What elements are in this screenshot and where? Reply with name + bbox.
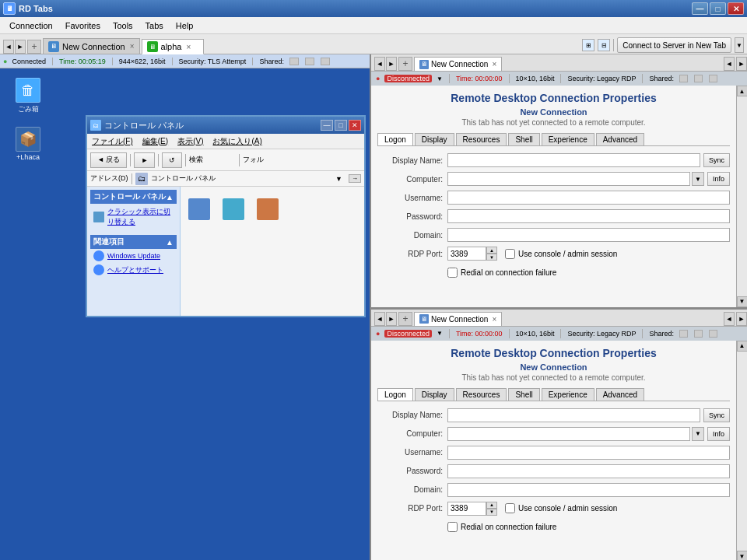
conn-nav-left-bottom[interactable]: ◄ [374, 312, 385, 326]
menu-help[interactable]: Help [170, 19, 200, 32]
cp-menu-file[interactable]: ファイル(F) [87, 136, 138, 147]
menu-tools[interactable]: Tools [107, 19, 139, 32]
cp-refresh-button[interactable]: ↺ [162, 152, 182, 168]
cp-icon-item3[interactable] [252, 190, 283, 229]
view-toggle-icon2[interactable]: ⊟ [598, 39, 610, 51]
scroll-up-bottom[interactable]: ▲ [737, 341, 748, 352]
menu-tabs[interactable]: Tabs [139, 19, 170, 32]
rdp-tab-shell-bottom[interactable]: Shell [508, 388, 539, 401]
console-checkbox-bottom[interactable] [505, 503, 515, 513]
panel-scroll-left[interactable]: ◄ [724, 57, 735, 71]
password-input-bottom[interactable] [447, 464, 730, 478]
conn-new-tab-top[interactable]: + [398, 57, 412, 71]
cp-menu-favorites[interactable]: お気に入り(A) [208, 136, 266, 147]
conn-nav-right-top[interactable]: ► [386, 57, 397, 71]
rdp-port-up-bottom[interactable]: ▲ [486, 502, 497, 509]
domain-input-bottom[interactable] [447, 483, 730, 497]
redial-checkbox-bottom[interactable] [447, 522, 458, 532]
conn-tab-new-connection-top[interactable]: 🖥 New Connection × [414, 57, 502, 71]
cp-close-btn[interactable]: ✕ [349, 120, 361, 131]
close-button[interactable]: ✕ [728, 2, 744, 15]
tab-alpha-close[interactable]: × [186, 43, 191, 51]
conn-tab-new-connection-bottom[interactable]: 🖥 New Connection × [414, 312, 502, 326]
rdp-tab-logon-top[interactable]: Logon [377, 133, 413, 145]
computer-input-top[interactable] [447, 172, 690, 186]
rdp-tab-experience-top[interactable]: Experience [542, 133, 594, 145]
info-button-bottom[interactable]: Info [707, 427, 730, 441]
cp-back-button[interactable]: ◄ 戻る [90, 152, 127, 168]
sync-button-top[interactable]: Sync [703, 153, 730, 167]
rdp-port-up-top[interactable]: ▲ [486, 247, 497, 254]
conn-tab-close-bottom[interactable]: × [492, 315, 496, 324]
scroll-down-bottom[interactable]: ▼ [737, 551, 748, 560]
domain-input-top[interactable] [447, 228, 730, 242]
username-input-top[interactable] [447, 191, 730, 205]
rdp-port-down-top[interactable]: ▼ [486, 254, 497, 261]
menu-favorites[interactable]: Favorites [59, 19, 107, 32]
connect-server-dropdown[interactable]: ▼ [735, 37, 744, 53]
computer-dropdown-bottom[interactable]: ▼ [692, 427, 704, 441]
cp-maximize-btn[interactable]: □ [335, 120, 347, 131]
rdp-tab-resources-top[interactable]: Resources [456, 133, 507, 145]
info-button-top[interactable]: Info [707, 172, 730, 186]
minimize-button[interactable]: — [692, 2, 708, 15]
panel-scroll-right[interactable]: ► [736, 57, 747, 71]
rdp-scrollbar-top: ▲ ▼ [736, 86, 747, 307]
username-input-bottom[interactable] [447, 446, 730, 460]
cp-menu-view[interactable]: 表示(V) [173, 136, 208, 147]
cp-windows-update-item[interactable]: Windows Update [90, 249, 177, 263]
conn-tab-close-top[interactable]: × [492, 60, 496, 68]
view-toggle-icon[interactable]: ⊞ [582, 39, 594, 51]
conn-new-tab-bottom[interactable]: + [398, 312, 412, 326]
conn-nav-right-bottom[interactable]: ► [386, 312, 397, 326]
scroll-down-top[interactable]: ▼ [737, 296, 748, 307]
disconnected-badge-bottom[interactable]: Disconnected [384, 330, 432, 338]
tab-new-connection[interactable]: 🖥 New Connection × [43, 38, 140, 54]
go-button[interactable]: → [349, 174, 361, 183]
tab-nav-right[interactable]: ► [15, 40, 26, 54]
rdp-tab-resources-bottom[interactable]: Resources [456, 388, 507, 401]
tab-nav-left[interactable]: ◄ [3, 40, 14, 54]
redial-checkbox-top[interactable] [447, 268, 458, 278]
rdp-tab-experience-bottom[interactable]: Experience [542, 388, 594, 401]
lhaca-icon-desktop[interactable]: 📦 +Lhaca [6, 124, 50, 164]
tab-alpha[interactable]: 🖥 alpha × [142, 39, 204, 54]
password-input-top[interactable] [447, 209, 730, 223]
cp-forward-button[interactable]: ► [134, 152, 155, 168]
menu-connection[interactable]: Connection [3, 19, 59, 32]
display-name-input-bottom[interactable] [447, 408, 700, 422]
rdp-tab-display-top[interactable]: Display [415, 133, 454, 145]
cp-icon-item2[interactable] [218, 190, 249, 229]
cp-classic-view-item[interactable]: クラシック表示に切り替える [90, 205, 177, 229]
panel-scroll-left-bottom[interactable]: ◄ [724, 312, 735, 326]
cp-help-support-item[interactable]: ヘルプとサポート [90, 263, 177, 277]
remote-desktop[interactable]: 🗑 ごみ箱 📦 +Lhaca 🗂 コントロール パネル — □ ✕ [0, 68, 370, 560]
rdp-tab-advanced-top[interactable]: Advanced [596, 133, 644, 145]
cp-minimize-btn[interactable]: — [321, 120, 333, 131]
panel-scroll-right-bottom[interactable]: ► [736, 312, 747, 326]
rdp-tab-logon-bottom[interactable]: Logon [377, 388, 413, 401]
status-dropdown-bottom[interactable]: ▼ [437, 330, 443, 337]
computer-dropdown-top[interactable]: ▼ [692, 172, 704, 186]
address-dropdown[interactable]: ▼ [335, 175, 342, 183]
connect-server-new-tab-button[interactable]: Connect to Server in New Tab [617, 37, 731, 53]
rdp-tab-shell-top[interactable]: Shell [508, 133, 539, 145]
cp-icon-item[interactable] [184, 190, 215, 229]
trash-icon-desktop[interactable]: 🗑 ごみ箱 [6, 75, 50, 117]
disconnected-badge-top[interactable]: Disconnected [384, 75, 432, 82]
rdp-port-down-bottom[interactable]: ▼ [486, 509, 497, 516]
maximize-button[interactable]: □ [710, 2, 726, 15]
status-dropdown-top[interactable]: ▼ [437, 75, 443, 82]
rdp-tab-display-bottom[interactable]: Display [415, 388, 454, 401]
console-checkbox-top[interactable] [505, 249, 515, 259]
cp-sidebar-section-title[interactable]: コントロール パネル ▲ [90, 190, 177, 204]
sync-button-bottom[interactable]: Sync [703, 408, 730, 422]
computer-input-bottom[interactable] [447, 427, 690, 441]
tab-new-connection-close[interactable]: × [130, 42, 135, 51]
new-tab-button[interactable]: + [27, 40, 41, 54]
conn-nav-left-top[interactable]: ◄ [374, 57, 385, 71]
scroll-up-top[interactable]: ▲ [737, 86, 748, 96]
display-name-input-top[interactable] [447, 153, 700, 167]
rdp-tab-advanced-bottom[interactable]: Advanced [596, 388, 644, 401]
cp-menu-edit[interactable]: 編集(E) [138, 136, 173, 147]
